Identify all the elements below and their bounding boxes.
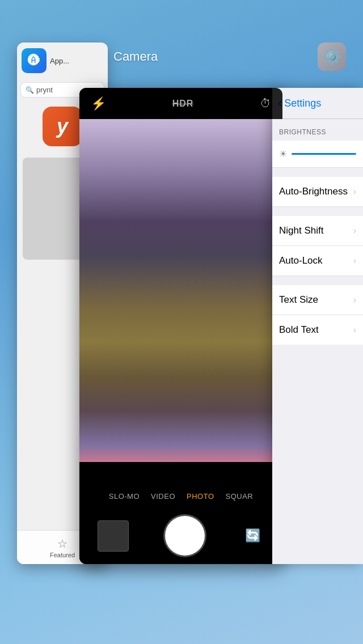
appstore-card-header: 🅐 App... bbox=[17, 43, 108, 79]
yapp-icon: y bbox=[43, 107, 82, 146]
mode-photo[interactable]: PHOTO bbox=[187, 492, 214, 501]
settings-back-button[interactable]: ‹ Settings bbox=[272, 88, 363, 119]
settings-item-text-size[interactable]: Text Size › bbox=[272, 285, 363, 315]
settings-menu-group: Auto-Brightness › bbox=[272, 177, 363, 207]
appstore-title-small: App... bbox=[50, 57, 69, 65]
text-size-label: Text Size bbox=[279, 294, 318, 306]
settings-panel: ‹ Settings BRIGHTNESS ☀ Auto-Brightness … bbox=[272, 88, 363, 564]
camera-shutter-button[interactable] bbox=[165, 516, 205, 556]
camera-thumbnail[interactable] bbox=[98, 520, 129, 552]
auto-brightness-chevron: › bbox=[353, 187, 356, 197]
camera-header-bar: ⚡ HDR ⏱ bbox=[79, 88, 282, 119]
featured-star-icon: ☆ bbox=[57, 537, 67, 550]
settings-app-icon[interactable]: ⚙️ bbox=[318, 43, 346, 71]
timer-icon[interactable]: ⏱ bbox=[260, 97, 271, 110]
settings-item-auto-brightness[interactable]: Auto-Brightness › bbox=[272, 177, 363, 207]
mode-square[interactable]: SQUAR bbox=[226, 492, 254, 501]
settings-item-bold-text[interactable]: Bold Text › bbox=[272, 315, 363, 345]
camera-flip-button[interactable]: 🔄 bbox=[242, 524, 264, 547]
settings-back-label: Settings bbox=[284, 98, 321, 109]
mode-slomo[interactable]: SLO-MO bbox=[109, 492, 140, 501]
brightness-slider[interactable] bbox=[292, 153, 356, 155]
settings-item-auto-lock[interactable]: Auto-Lock › bbox=[272, 246, 363, 276]
bold-text-label: Bold Text bbox=[279, 324, 319, 336]
settings-menu-group-2: Night Shift › Auto-Lock › bbox=[272, 216, 363, 276]
night-shift-chevron: › bbox=[353, 226, 356, 236]
camera-modes-bar: SLO-MO VIDEO PHOTO SQUAR bbox=[79, 485, 282, 507]
camera-app-title: Camera bbox=[113, 49, 158, 64]
search-icon: 🔍 bbox=[26, 86, 34, 94]
bold-text-chevron: › bbox=[353, 325, 356, 335]
settings-menu-group-3: Text Size › Bold Text › bbox=[272, 285, 363, 345]
settings-spacer-2 bbox=[272, 207, 363, 216]
flash-icon[interactable]: ⚡ bbox=[91, 96, 106, 111]
auto-brightness-label: Auto-Brightness bbox=[279, 186, 348, 197]
brightness-sun-icon: ☀ bbox=[279, 149, 287, 159]
hdr-toggle[interactable]: HDR bbox=[172, 99, 194, 109]
brightness-section-header: BRIGHTNESS bbox=[272, 119, 363, 141]
search-text: prynt bbox=[36, 86, 53, 94]
camera-controls-bar: 🔄 bbox=[79, 507, 282, 564]
camera-card[interactable]: ⚡ HDR ⏱ SLO-MO VIDEO PHOTO SQUAR 🔄 bbox=[79, 88, 282, 564]
camera-viewfinder bbox=[79, 119, 282, 462]
auto-lock-label: Auto-Lock bbox=[279, 255, 323, 266]
appstore-icon-small: 🅐 bbox=[22, 48, 47, 73]
settings-item-night-shift[interactable]: Night Shift › bbox=[272, 216, 363, 246]
featured-tab-label: Featured bbox=[50, 552, 75, 558]
night-shift-label: Night Shift bbox=[279, 225, 323, 236]
settings-icon-glyph: ⚙️ bbox=[323, 48, 341, 66]
auto-lock-chevron: › bbox=[353, 256, 356, 266]
settings-spacer-1 bbox=[272, 168, 363, 177]
brightness-slider-row[interactable]: ☀ bbox=[272, 141, 363, 168]
settings-spacer-3 bbox=[272, 276, 363, 285]
text-size-chevron: › bbox=[353, 295, 356, 305]
mode-video[interactable]: VIDEO bbox=[151, 492, 175, 501]
